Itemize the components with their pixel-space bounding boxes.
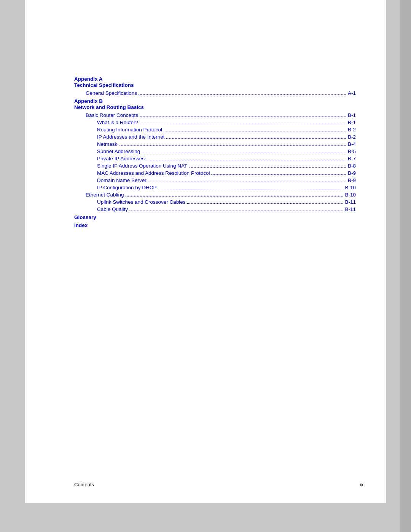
scrollbar[interactable] [400, 0, 411, 532]
entry-page: B-9 [348, 170, 356, 176]
entry-title: General Specifications [86, 90, 137, 96]
entry-page: B-11 [345, 199, 356, 205]
toc-entry-dhcp[interactable]: IP Configuration by DHCP B-10 [74, 185, 356, 190]
footer-right: ix [360, 482, 363, 487]
toc-entry-basic-router[interactable]: Basic Router Concepts B-1 [74, 112, 356, 118]
entry-title: Single IP Address Operation Using NAT [97, 163, 187, 169]
dots [146, 160, 346, 160]
entry-title: Basic Router Concepts [86, 112, 138, 118]
dots [126, 196, 344, 197]
entry-title: Ethernet Cabling [86, 192, 124, 198]
page-footer: Contents ix [74, 482, 363, 487]
entry-page: B-10 [345, 192, 356, 198]
appendix-a-heading[interactable]: Appendix A [74, 76, 356, 82]
toc-entry-what-is-router[interactable]: What is a Router? B-1 [74, 120, 356, 125]
entry-title: Routing Information Protocol [97, 127, 162, 133]
footer-left: Contents [74, 482, 94, 487]
entry-page: B-2 [348, 127, 356, 133]
toc-entry-dns[interactable]: Domain Name Server B-9 [74, 177, 356, 183]
toc-entry-ethernet[interactable]: Ethernet Cabling B-10 [74, 192, 356, 198]
appendix-a-block: Appendix A Technical Specifications Gene… [74, 76, 356, 96]
dots [211, 174, 346, 175]
dots [129, 211, 343, 211]
dots [189, 167, 346, 168]
entry-page: B-4 [348, 141, 356, 147]
entry-page: B-2 [348, 134, 356, 140]
page-content: Appendix A Technical Specifications Gene… [25, 0, 386, 503]
dots [148, 182, 346, 182]
entry-page: B-9 [348, 177, 356, 183]
dots [142, 153, 346, 153]
entry-page: A-1 [348, 90, 356, 96]
entry-title: MAC Addresses and Address Resolution Pro… [97, 170, 210, 176]
entry-title: Domain Name Server [97, 177, 147, 183]
entry-title: Subnet Addressing [97, 149, 140, 154]
toc-entry-uplink[interactable]: Uplink Switches and Crossover Cables B-1… [74, 199, 356, 205]
appendix-a-subheading[interactable]: Technical Specifications [74, 82, 356, 88]
entry-page: B-7 [348, 156, 356, 161]
dots [158, 189, 344, 189]
entry-title: What is a Router? [97, 120, 138, 125]
entry-title: IP Addresses and the Internet [97, 134, 165, 140]
entry-page: B-8 [348, 163, 356, 169]
entry-page: B-10 [345, 185, 356, 190]
appendix-b-heading[interactable]: Appendix B [74, 98, 356, 104]
appendix-b-block: Appendix B Network and Routing Basics Ba… [74, 98, 356, 212]
glossary-entry[interactable]: Glossary [74, 214, 356, 220]
entry-title: Uplink Switches and Crossover Cables [97, 199, 186, 205]
toc-content: Appendix A Technical Specifications Gene… [74, 76, 356, 228]
entry-page: B-11 [345, 206, 356, 212]
toc-entry-nat[interactable]: Single IP Address Operation Using NAT B-… [74, 163, 356, 169]
toc-entry-mac[interactable]: MAC Addresses and Address Resolution Pro… [74, 170, 356, 176]
toc-entry-private-ip[interactable]: Private IP Addresses B-7 [74, 156, 356, 161]
entry-title: IP Configuration by DHCP [97, 185, 157, 190]
entry-title: Cable Quality [97, 206, 128, 212]
toc-entry-general-specs[interactable]: General Specifications A-1 [74, 90, 356, 96]
dots [187, 203, 344, 204]
entry-title: Netmask [97, 141, 117, 147]
toc-entry-rip[interactable]: Routing Information Protocol B-2 [74, 127, 356, 133]
toc-entry-cable-quality[interactable]: Cable Quality B-11 [74, 206, 356, 212]
index-entry[interactable]: Index [74, 222, 356, 228]
dots [140, 117, 346, 117]
dots [119, 145, 346, 146]
toc-entry-netmask[interactable]: Netmask B-4 [74, 141, 356, 147]
toc-entry-ip-addresses[interactable]: IP Addresses and the Internet B-2 [74, 134, 356, 140]
appendix-b-subheading[interactable]: Network and Routing Basics [74, 104, 356, 110]
entry-title: Private IP Addresses [97, 156, 145, 161]
toc-entry-subnet[interactable]: Subnet Addressing B-5 [74, 149, 356, 154]
dots [164, 131, 346, 131]
entry-page: B-1 [348, 112, 356, 118]
dots [140, 124, 346, 124]
dots [139, 94, 346, 95]
entry-page: B-1 [348, 120, 356, 125]
dots [166, 138, 346, 139]
entry-page: B-5 [348, 149, 356, 154]
